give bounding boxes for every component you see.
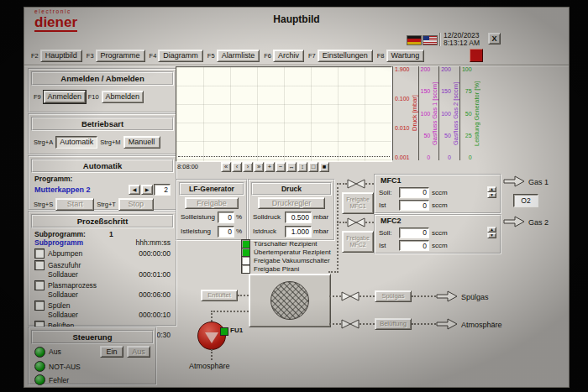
step-sub-label: Solldauer	[48, 270, 78, 279]
programm-label: Programm:	[29, 175, 176, 183]
pipe	[211, 311, 213, 321]
gas1-arrow-icon	[503, 175, 525, 187]
lf-ist-display: 0	[218, 226, 234, 238]
spin-up-icon[interactable]: ▲	[487, 227, 496, 233]
menu-einstellungen-button[interactable]: Einstellungen	[318, 50, 373, 62]
select-area-icon[interactable]: □	[308, 162, 318, 172]
spuelgas-button[interactable]: Spülgas	[375, 290, 412, 302]
menu-group-programme: F3 Programme	[87, 50, 145, 62]
menu-alarmliste-button[interactable]: Alarmliste	[217, 50, 260, 62]
spin-down-icon[interactable]: ▼	[487, 192, 496, 198]
fehler-row: Fehler	[29, 374, 155, 385]
stop-button[interactable]: Stop	[118, 198, 154, 211]
lf-freigabe-button[interactable]: Freigabe	[185, 197, 239, 209]
close-button[interactable]: X	[488, 33, 501, 44]
menu-archiv-button[interactable]: Archiv	[273, 50, 304, 62]
zoom-in-icon[interactable]: +	[265, 162, 275, 172]
program-number-field[interactable]: 2	[154, 184, 171, 196]
automatik-button[interactable]: Automatik	[55, 136, 97, 149]
spin-down-icon[interactable]: ▼	[487, 233, 496, 238]
step-checkbox[interactable]	[34, 248, 45, 259]
step-checkbox[interactable]	[34, 280, 45, 290]
scroll-end-icon[interactable]: »	[254, 162, 264, 172]
time-format-label: hhh:mm:ss	[135, 238, 171, 247]
chart-options-icon[interactable]: ■	[319, 162, 329, 172]
tick: 0.010	[395, 125, 410, 131]
power-label: Aus	[49, 348, 61, 356]
zoom-out-icon[interactable]: −	[276, 162, 286, 172]
freigabe-mfc2-button[interactable]: Freigabe MFC2	[342, 231, 374, 253]
status-label: Türschalter Rezipient	[254, 240, 318, 248]
step-abpumpen: Abpumpen 000:00:00	[29, 248, 176, 259]
mfc1-ist-display: 0	[399, 200, 429, 211]
tick: 50	[444, 133, 451, 139]
scroll-left-icon[interactable]: ‹	[232, 162, 242, 172]
axis-gas1-label: Gasfluss Gas 1 [sccm]	[431, 66, 438, 160]
gas2-arrow-icon	[503, 216, 525, 227]
tick: 100	[441, 111, 451, 117]
step-gaszufuhr: Gaszufuhr	[29, 260, 176, 270]
us-flag-icon[interactable]	[423, 35, 438, 45]
chart-plot-area[interactable]	[176, 66, 392, 162]
status-indicator	[241, 264, 250, 274]
chart-time-start-label: 8:08:00	[177, 163, 198, 170]
ein-button[interactable]: Ein	[100, 346, 123, 358]
pipe	[329, 323, 341, 325]
start-button[interactable]: Start	[55, 198, 94, 211]
fkey-label: F4	[150, 52, 157, 60]
belueftung-button[interactable]: Belüftung	[375, 318, 412, 330]
manuell-button[interactable]: Manuell	[123, 136, 160, 149]
druck-soll-row: Solldruck 0.500 mbar	[249, 212, 333, 223]
zoom-vertical-icon[interactable]: ↕	[297, 162, 307, 172]
druck-soll-field[interactable]: 0.500	[285, 212, 312, 223]
freigabe-mfc1-button[interactable]: Freigabe MFC1	[342, 192, 374, 214]
panel-betriebsart: Betriebsart Strg+A Automatik Strg+M Manu…	[28, 113, 177, 155]
menu-diagramm-button[interactable]: Diagramm	[158, 50, 203, 62]
anmelden-button[interactable]: Anmelden	[44, 91, 86, 103]
entlueftet-button[interactable]: Entlüftet	[201, 290, 238, 301]
zoom-horizontal-icon[interactable]: ↔	[286, 162, 297, 172]
abmelden-button[interactable]: Abmelden	[102, 91, 144, 103]
step-checkbox[interactable]	[34, 301, 45, 311]
scroll-right-icon[interactable]: ›	[243, 162, 253, 172]
step-checkbox[interactable]	[34, 260, 45, 270]
datetime: 12/20/2023 8:13:12 AM	[444, 32, 480, 47]
menu-programme-button[interactable]: Programme	[96, 50, 145, 62]
mfc1-soll-field[interactable]: 0	[399, 187, 429, 198]
scroll-start-icon[interactable]: «	[221, 162, 231, 172]
spin-up-icon[interactable]: ▲	[487, 186, 496, 192]
fkey-label: Strg+S	[34, 201, 53, 208]
pipe	[365, 183, 374, 185]
program-next-button[interactable]: ▶	[141, 185, 153, 195]
us-flag-canton	[423, 36, 429, 40]
pipe	[211, 349, 213, 360]
pipe	[412, 323, 436, 325]
fkey-label: F3	[87, 52, 94, 60]
power-row: Aus Ein Aus	[29, 346, 155, 358]
pipe	[360, 323, 375, 325]
menu-hauptbild-button[interactable]: Hauptbild	[40, 50, 82, 62]
gas1-label: Gas 1	[528, 178, 549, 186]
lf-soll-field[interactable]: 0	[218, 212, 234, 223]
axis-gas2: 200 150 100 50 0 Gasfluss Gas 2 [sccm]	[438, 66, 459, 160]
panel-lf-header: LF-Generator	[179, 182, 244, 196]
menu-wartung-button[interactable]: Wartung	[386, 50, 425, 62]
mfc2-soll-field[interactable]: 0	[399, 227, 429, 238]
programm-row: Mutterkappen 2 ◀ ▶ 2	[29, 184, 176, 196]
gas1-type-display: O2	[513, 194, 538, 207]
arrow-left-icon: ◀	[133, 187, 137, 192]
startstop-row: Strg+S Start Strg+T Stop	[29, 196, 176, 211]
atmosphaere-label: Atmosphäre	[461, 321, 502, 329]
menu-bar: F2 Hauptbild F3 Programme F4 Diagramm F5…	[31, 48, 424, 63]
druckregler-button[interactable]: Druckregler	[258, 197, 325, 209]
divider	[439, 33, 441, 46]
druck-soll-unit: mbar	[313, 213, 328, 222]
tick: 100	[462, 66, 472, 72]
axis-leistung: 100 75 50 25 0 Leistung Generator [%]	[459, 66, 480, 160]
aus-button[interactable]: Aus	[127, 346, 150, 358]
menu-group-einstellungen: F7 Einstellungen	[308, 50, 373, 62]
druck-soll-label: Solldruck	[253, 213, 285, 222]
valve-belueftung-icon	[341, 319, 360, 329]
german-flag-icon[interactable]	[407, 35, 422, 45]
program-prev-button[interactable]: ◀	[129, 185, 140, 195]
